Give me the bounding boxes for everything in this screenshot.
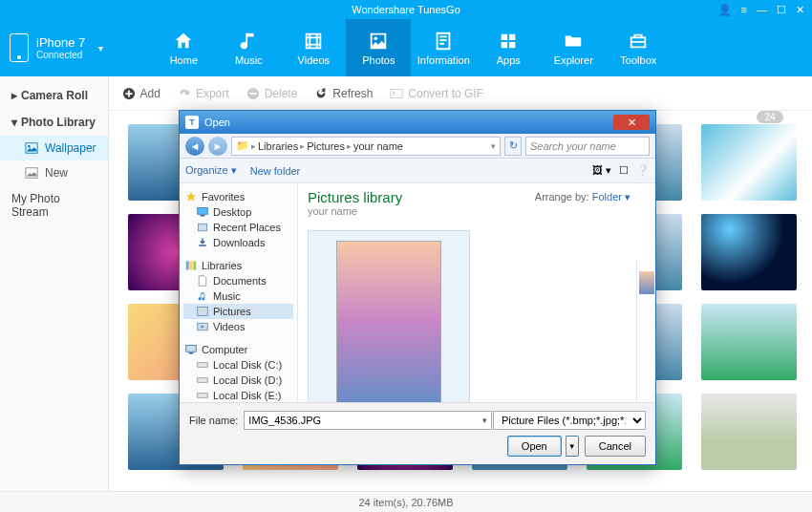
convert-gif-button[interactable]: Convert to GIF [390,87,483,100]
contact-icon [433,31,454,52]
app-titlebar: Wondershare TunesGo 👤 ≡ — ☐ ✕ [0,0,812,19]
svg-rect-11 [186,262,189,270]
user-icon[interactable]: 👤 [718,4,732,16]
library-subtitle: your name [308,205,646,217]
nav-videos[interactable]: Videos [281,19,346,76]
toolbar: Add Export Delete Refresh Convert to GIF [109,76,812,111]
computer-icon [185,344,197,355]
picture-icon [25,166,38,180]
add-button[interactable]: Add [122,87,160,100]
disk-icon [197,390,208,401]
film-icon [303,31,324,52]
preview-pane [636,260,655,402]
count-badge: 24 [757,111,782,123]
svg-rect-10 [199,224,207,231]
nav-toolbox[interactable]: Toolbox [606,19,671,76]
tree-documents[interactable]: Documents [183,273,293,288]
export-button[interactable]: Export [178,87,229,100]
header: iPhone 7 Connected ▾ Home Music Videos P… [0,19,812,76]
folder-icon: 📁 [236,139,249,152]
thumbnail[interactable] [701,304,797,380]
back-button[interactable]: ◄ [185,137,204,156]
disk-icon [197,359,208,371]
chevron-down-icon[interactable]: ▾ [491,141,496,151]
tree-videos[interactable]: Videos [183,319,293,334]
refresh-address-button[interactable]: ↻ [504,137,522,156]
tree-recent[interactable]: Recent Places [183,220,293,235]
thumbnail[interactable] [701,394,797,470]
forward-button[interactable]: ► [208,137,227,156]
tree-disk-d[interactable]: Local Disk (D:) [183,373,293,388]
cancel-button[interactable]: Cancel [585,436,646,457]
toolbox-icon [628,31,649,52]
svg-point-2 [28,145,31,148]
device-selector[interactable]: iPhone 7 Connected ▾ [10,33,103,62]
sidebar-camera-roll[interactable]: ▸Camera Roll [0,82,108,109]
sidebar-photo-library[interactable]: ▾Photo Library [0,109,108,136]
dialog-close-button[interactable]: ✕ [613,115,650,130]
sidebar-item-new[interactable]: New [0,160,108,185]
preview-image [639,271,654,294]
folder-tree[interactable]: Favorites Desktop Recent Places Download… [180,183,298,402]
photo-icon [368,31,389,52]
thumbnail[interactable] [701,124,797,201]
apps-icon [498,31,519,52]
tree-downloads[interactable]: Downloads [183,235,293,250]
tree-disk-c[interactable]: Local Disk (C:) [183,357,293,373]
file-thumbnail [336,241,441,402]
picture-icon [25,141,38,155]
refresh-icon [314,87,328,100]
nav-information[interactable]: Information [411,19,476,76]
arrange-by[interactable]: Arrange by: Folder ▾ [535,191,630,203]
nav-home[interactable]: Home [151,19,216,76]
nav-apps[interactable]: Apps [476,19,541,76]
picture-icon [197,306,208,317]
minimize-icon[interactable]: — [757,4,767,15]
tree-desktop[interactable]: Desktop [183,204,293,220]
svg-rect-3 [26,168,37,179]
tree-disk-e[interactable]: Local Disk (E:) [183,388,293,402]
thumbnail[interactable] [701,214,797,290]
video-icon [197,321,208,332]
tree-favorites[interactable]: Favorites [183,189,293,204]
help-button[interactable]: ❔ [636,164,650,177]
nav-explorer[interactable]: Explorer [541,19,606,76]
sidebar: ▸Camera Roll ▾Photo Library Wallpaper Ne… [0,76,109,491]
close-icon[interactable]: ✕ [796,4,804,16]
nav-photos[interactable]: Photos [346,19,411,76]
tree-computer[interactable]: Computer [183,342,293,357]
view-mode-button[interactable]: 🖼 ▾ [592,164,611,177]
new-folder-button[interactable]: New folder [250,165,301,177]
document-icon [197,275,208,287]
maximize-icon[interactable]: ☐ [777,4,786,16]
dialog-titlebar[interactable]: T Open ✕ [180,111,655,134]
filename-label: File name: [189,415,238,426]
nav-music[interactable]: Music [216,19,281,76]
sidebar-my-photo-stream[interactable]: My Photo Stream [0,185,108,225]
svg-rect-8 [198,208,208,215]
open-split-button[interactable]: ▼ [566,436,579,457]
svg-rect-18 [189,352,194,354]
organize-menu[interactable]: Organize ▾ [185,164,237,177]
tree-pictures[interactable]: Pictures [183,304,293,319]
sidebar-item-wallpaper[interactable]: Wallpaper [0,136,108,160]
refresh-button[interactable]: Refresh [314,87,373,100]
preview-pane-button[interactable]: ☐ [619,164,629,177]
open-button[interactable]: Open [507,436,562,457]
chevron-down-icon: ▾ [98,43,103,53]
menu-icon[interactable]: ≡ [741,4,747,15]
disk-icon [197,374,208,386]
desktop-icon [197,206,208,218]
chevron-right-icon: ▸ [11,89,17,102]
tree-music[interactable]: Music [183,288,293,304]
svg-rect-6 [249,93,256,95]
filetype-select[interactable]: Picture Files (*.bmp;*.jpg;*.jpeg [493,411,646,430]
breadcrumb[interactable]: 📁▸ Libraries▸ Pictures▸ your name ▾ [231,137,501,156]
svg-rect-12 [190,262,193,270]
filename-input[interactable] [244,411,492,430]
tree-libraries[interactable]: Libraries [183,258,293,273]
search-input[interactable]: Search your name [525,137,650,156]
music-icon [197,290,208,302]
delete-button[interactable]: Delete [246,87,298,100]
file-item[interactable]: IMG_4536.JPG [308,230,470,402]
